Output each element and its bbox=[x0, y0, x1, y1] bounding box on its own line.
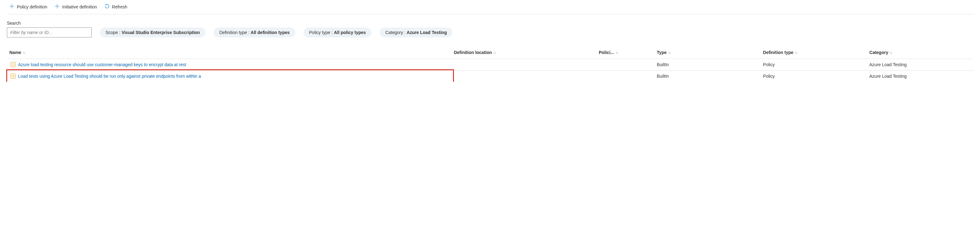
cell-type: BuiltIn bbox=[654, 70, 760, 82]
new-initiative-definition-button[interactable]: Initiative definition bbox=[54, 3, 97, 11]
cell-policies bbox=[596, 70, 654, 82]
col-header-label: Name bbox=[10, 50, 21, 55]
definition-name-link[interactable]: Load tests using Azure Load Testing shou… bbox=[18, 74, 201, 79]
pill-key: Category : bbox=[385, 30, 406, 35]
pill-value: Azure Load Testing bbox=[407, 30, 447, 35]
scope-filter-pill[interactable]: Scope : Visual Studio Enterprise Subscri… bbox=[100, 27, 205, 37]
policy-definition-icon bbox=[11, 74, 16, 79]
sort-icon: ↑↓ bbox=[889, 51, 892, 55]
cell-category: Azure Load Testing bbox=[867, 59, 973, 70]
filter-row: Scope : Visual Studio Enterprise Subscri… bbox=[7, 27, 973, 37]
col-header-label: Definition type bbox=[763, 50, 793, 55]
cell-location bbox=[452, 70, 596, 82]
col-header-label: Type bbox=[657, 50, 667, 55]
cell-deftype: Policy bbox=[760, 59, 867, 70]
cell-category: Azure Load Testing bbox=[867, 70, 973, 82]
search-label: Search bbox=[7, 21, 973, 25]
col-header-type[interactable]: Type↑↓ bbox=[654, 47, 760, 59]
col-header-label: Category bbox=[869, 50, 889, 55]
new-policy-definition-button[interactable]: Policy definition bbox=[9, 3, 48, 11]
category-filter-pill[interactable]: Category : Azure Load Testing bbox=[380, 27, 452, 37]
cell-location bbox=[452, 59, 596, 70]
plus-icon bbox=[10, 4, 14, 10]
sort-icon: ↑↓ bbox=[22, 51, 25, 55]
refresh-icon bbox=[105, 4, 110, 10]
definition-name-link[interactable]: Azure load testing resource should use c… bbox=[18, 62, 186, 67]
definition-type-filter-pill[interactable]: Definition type : All definition types bbox=[213, 27, 295, 37]
pill-value: Visual Studio Enterprise Subscription bbox=[121, 30, 200, 35]
cell-policies bbox=[596, 59, 654, 70]
sort-icon: ↑↓ bbox=[493, 51, 496, 55]
plus-icon bbox=[55, 4, 60, 10]
policy-definition-icon bbox=[11, 62, 16, 67]
cell-deftype: Policy bbox=[760, 70, 867, 82]
pill-key: Scope : bbox=[105, 30, 121, 35]
policy-type-filter-pill[interactable]: Policy type : All policy types bbox=[304, 27, 372, 37]
col-header-location[interactable]: Definition location↑↓ bbox=[452, 47, 596, 59]
search-input[interactable] bbox=[7, 27, 92, 37]
sort-icon: ↑↓ bbox=[615, 51, 618, 55]
definitions-table: Name↑↓ Definition location↑↓ Polici...↑↓… bbox=[7, 47, 973, 82]
table-header-row: Name↑↓ Definition location↑↓ Polici...↑↓… bbox=[7, 47, 973, 59]
col-header-name[interactable]: Name↑↓ bbox=[7, 47, 452, 59]
toolbar: Policy definition Initiative definition … bbox=[7, 0, 973, 14]
toolbar-label: Refresh bbox=[112, 4, 127, 10]
toolbar-label: Policy definition bbox=[17, 4, 47, 10]
pill-key: Policy type : bbox=[309, 30, 334, 35]
pill-key: Definition type : bbox=[219, 30, 250, 35]
col-header-label: Polici... bbox=[599, 50, 614, 55]
col-header-label: Definition location bbox=[454, 50, 492, 55]
table-row[interactable]: Azure load testing resource should use c… bbox=[7, 59, 973, 70]
pill-value: All definition types bbox=[251, 30, 290, 35]
col-header-category[interactable]: Category↑↓ bbox=[867, 47, 973, 59]
table-row[interactable]: Load tests using Azure Load Testing shou… bbox=[7, 70, 973, 82]
sort-icon: ↑↓ bbox=[795, 51, 797, 55]
pill-value: All policy types bbox=[334, 30, 366, 35]
toolbar-label: Initiative definition bbox=[62, 4, 97, 10]
sort-icon: ↑↓ bbox=[668, 51, 670, 55]
refresh-button[interactable]: Refresh bbox=[104, 3, 128, 11]
col-header-deftype[interactable]: Definition type↑↓ bbox=[760, 47, 867, 59]
col-header-policies[interactable]: Polici...↑↓ bbox=[596, 47, 654, 59]
cell-type: BuiltIn bbox=[654, 59, 760, 70]
